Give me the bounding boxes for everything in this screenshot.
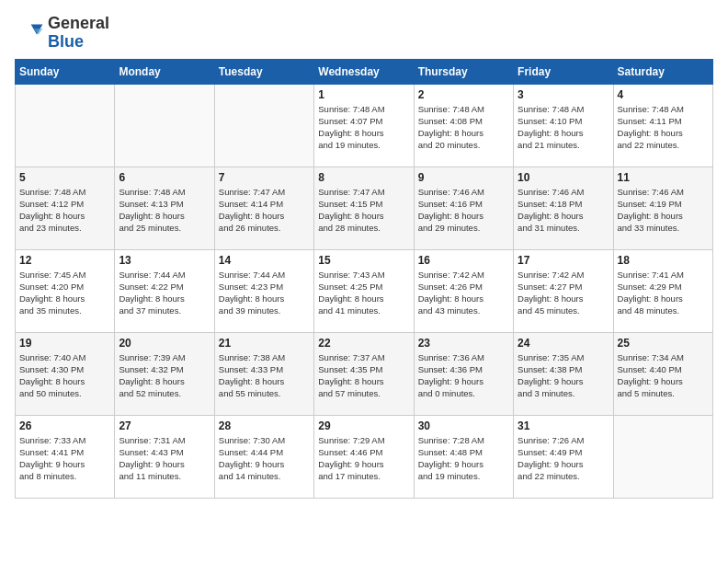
day-number: 9 [418,171,509,184]
day-info: Sunrise: 7:48 AM Sunset: 4:08 PM Dayligh… [418,103,509,152]
header-thursday: Thursday [414,59,513,84]
week-row-2: 12Sunrise: 7:45 AM Sunset: 4:20 PM Dayli… [16,249,713,332]
day-info: Sunrise: 7:47 AM Sunset: 4:15 PM Dayligh… [318,186,409,235]
day-info: Sunrise: 7:40 AM Sunset: 4:30 PM Dayligh… [19,351,110,400]
day-number: 6 [119,171,210,184]
day-info: Sunrise: 7:35 AM Sunset: 4:38 PM Dayligh… [518,351,609,400]
day-cell [214,84,313,167]
day-cell: 13Sunrise: 7:44 AM Sunset: 4:22 PM Dayli… [115,249,214,332]
day-info: Sunrise: 7:42 AM Sunset: 4:27 PM Dayligh… [518,269,609,317]
day-cell [16,84,115,167]
page-header: GeneralBlue [15,15,713,52]
week-row-0: 1Sunrise: 7:48 AM Sunset: 4:07 PM Daylig… [16,84,713,167]
day-cell: 4Sunrise: 7:48 AM Sunset: 4:11 PM Daylig… [613,84,712,167]
day-cell: 29Sunrise: 7:29 AM Sunset: 4:46 PM Dayli… [314,415,414,498]
day-number: 2 [418,88,509,101]
day-cell [115,84,214,167]
day-cell [613,415,712,498]
day-cell: 27Sunrise: 7:31 AM Sunset: 4:43 PM Dayli… [115,415,214,498]
calendar-header: SundayMondayTuesdayWednesdayThursdayFrid… [16,59,713,84]
day-cell: 31Sunrise: 7:26 AM Sunset: 4:49 PM Dayli… [514,415,613,498]
header-saturday: Saturday [613,59,712,84]
day-cell: 15Sunrise: 7:43 AM Sunset: 4:25 PM Dayli… [314,249,414,332]
day-cell: 1Sunrise: 7:48 AM Sunset: 4:07 PM Daylig… [314,84,414,167]
day-number: 23 [418,337,509,350]
day-number: 29 [318,419,409,432]
day-info: Sunrise: 7:31 AM Sunset: 4:43 PM Dayligh… [119,434,210,483]
day-number: 8 [318,171,409,184]
day-cell: 28Sunrise: 7:30 AM Sunset: 4:44 PM Dayli… [214,415,313,498]
header-friday: Friday [514,59,613,84]
day-info: Sunrise: 7:44 AM Sunset: 4:22 PM Dayligh… [119,269,210,317]
day-info: Sunrise: 7:26 AM Sunset: 4:49 PM Dayligh… [518,434,609,483]
day-cell: 18Sunrise: 7:41 AM Sunset: 4:29 PM Dayli… [613,249,712,332]
day-info: Sunrise: 7:37 AM Sunset: 4:35 PM Dayligh… [318,351,409,400]
day-cell: 2Sunrise: 7:48 AM Sunset: 4:08 PM Daylig… [414,84,513,167]
day-number: 10 [518,171,609,184]
day-number: 11 [618,171,709,184]
calendar-body: 1Sunrise: 7:48 AM Sunset: 4:07 PM Daylig… [16,84,713,498]
day-info: Sunrise: 7:48 AM Sunset: 4:07 PM Dayligh… [318,103,409,152]
day-number: 21 [219,337,310,350]
day-cell: 12Sunrise: 7:45 AM Sunset: 4:20 PM Dayli… [16,249,115,332]
day-number: 28 [219,419,310,432]
day-number: 17 [518,254,609,267]
day-number: 14 [219,254,310,267]
logo: GeneralBlue [15,15,109,52]
header-tuesday: Tuesday [214,59,313,84]
day-number: 30 [418,419,509,432]
day-info: Sunrise: 7:46 AM Sunset: 4:19 PM Dayligh… [618,186,709,235]
day-number: 22 [318,337,409,350]
day-cell: 6Sunrise: 7:48 AM Sunset: 4:13 PM Daylig… [115,167,214,249]
day-info: Sunrise: 7:28 AM Sunset: 4:48 PM Dayligh… [418,434,509,483]
day-info: Sunrise: 7:48 AM Sunset: 4:13 PM Dayligh… [119,186,210,235]
day-info: Sunrise: 7:33 AM Sunset: 4:41 PM Dayligh… [19,434,110,483]
day-cell: 5Sunrise: 7:48 AM Sunset: 4:12 PM Daylig… [16,167,115,249]
day-number: 25 [618,337,709,350]
day-number: 4 [618,88,709,101]
day-info: Sunrise: 7:44 AM Sunset: 4:23 PM Dayligh… [219,269,310,317]
day-cell: 23Sunrise: 7:36 AM Sunset: 4:36 PM Dayli… [414,332,513,415]
day-number: 26 [19,419,110,432]
day-cell: 19Sunrise: 7:40 AM Sunset: 4:30 PM Dayli… [16,332,115,415]
day-cell: 9Sunrise: 7:46 AM Sunset: 4:16 PM Daylig… [414,167,513,249]
logo-icon [15,18,44,48]
day-info: Sunrise: 7:38 AM Sunset: 4:33 PM Dayligh… [219,351,310,400]
day-cell: 24Sunrise: 7:35 AM Sunset: 4:38 PM Dayli… [514,332,613,415]
week-row-4: 26Sunrise: 7:33 AM Sunset: 4:41 PM Dayli… [16,415,713,498]
day-number: 5 [19,171,110,184]
day-cell: 20Sunrise: 7:39 AM Sunset: 4:32 PM Dayli… [115,332,214,415]
day-info: Sunrise: 7:46 AM Sunset: 4:18 PM Dayligh… [518,186,609,235]
day-number: 20 [119,337,210,350]
day-info: Sunrise: 7:48 AM Sunset: 4:11 PM Dayligh… [618,103,709,152]
day-cell: 21Sunrise: 7:38 AM Sunset: 4:33 PM Dayli… [214,332,313,415]
header-monday: Monday [115,59,214,84]
day-number: 13 [119,254,210,267]
day-cell: 17Sunrise: 7:42 AM Sunset: 4:27 PM Dayli… [514,249,613,332]
day-info: Sunrise: 7:43 AM Sunset: 4:25 PM Dayligh… [318,269,409,317]
day-info: Sunrise: 7:42 AM Sunset: 4:26 PM Dayligh… [418,269,509,317]
day-number: 24 [518,337,609,350]
day-cell: 3Sunrise: 7:48 AM Sunset: 4:10 PM Daylig… [514,84,613,167]
day-number: 16 [418,254,509,267]
header-sunday: Sunday [16,59,115,84]
day-info: Sunrise: 7:48 AM Sunset: 4:12 PM Dayligh… [19,186,110,235]
week-row-1: 5Sunrise: 7:48 AM Sunset: 4:12 PM Daylig… [16,167,713,249]
day-cell: 25Sunrise: 7:34 AM Sunset: 4:40 PM Dayli… [613,332,712,415]
day-cell: 8Sunrise: 7:47 AM Sunset: 4:15 PM Daylig… [314,167,414,249]
day-number: 31 [518,419,609,432]
day-cell: 10Sunrise: 7:46 AM Sunset: 4:18 PM Dayli… [514,167,613,249]
day-cell: 14Sunrise: 7:44 AM Sunset: 4:23 PM Dayli… [214,249,313,332]
day-cell: 30Sunrise: 7:28 AM Sunset: 4:48 PM Dayli… [414,415,513,498]
day-cell: 11Sunrise: 7:46 AM Sunset: 4:19 PM Dayli… [613,167,712,249]
logo-general: General [48,15,109,33]
header-wednesday: Wednesday [314,59,414,84]
day-info: Sunrise: 7:46 AM Sunset: 4:16 PM Dayligh… [418,186,509,235]
logo-text: GeneralBlue [48,15,109,52]
day-info: Sunrise: 7:41 AM Sunset: 4:29 PM Dayligh… [618,269,709,317]
day-number: 1 [318,88,409,101]
week-row-3: 19Sunrise: 7:40 AM Sunset: 4:30 PM Dayli… [16,332,713,415]
calendar-table: SundayMondayTuesdayWednesdayThursdayFrid… [15,59,713,499]
logo-blue-text: Blue [48,32,84,51]
header-row: SundayMondayTuesdayWednesdayThursdayFrid… [16,59,713,84]
